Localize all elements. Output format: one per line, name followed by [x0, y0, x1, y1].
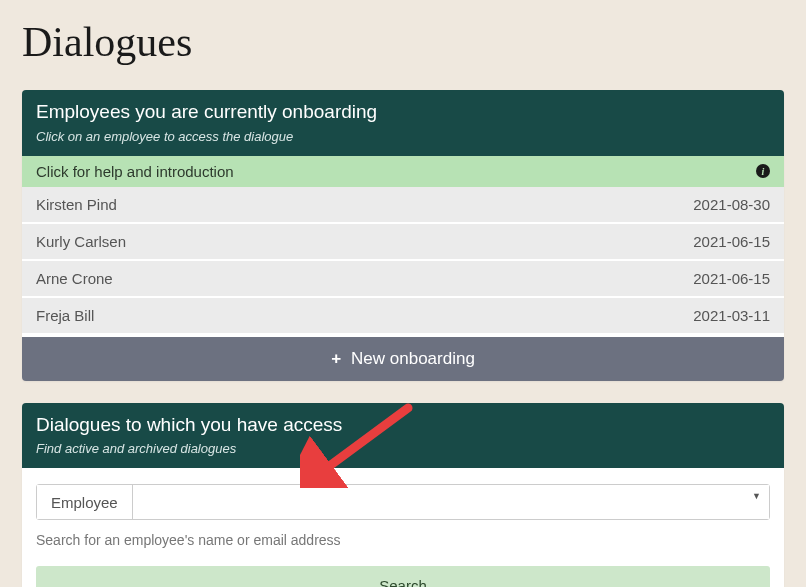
access-header-title: Dialogues to which you have access: [36, 413, 770, 438]
access-header-subtitle: Find active and archived dialogues: [36, 441, 770, 456]
table-row[interactable]: Kurly Carlsen 2021-06-15: [22, 224, 784, 261]
search-hint: Search for an employee's name or email a…: [36, 532, 770, 548]
employee-name: Kurly Carlsen: [36, 233, 126, 250]
employee-name: Freja Bill: [36, 307, 94, 324]
onboarding-header: Employees you are currently onboarding C…: [22, 90, 784, 156]
help-label: Click for help and introduction: [36, 163, 234, 180]
search-body: Employee ▼ Search for an employee's name…: [22, 468, 784, 587]
employee-date: 2021-06-15: [693, 270, 770, 287]
table-row[interactable]: Kirsten Pind 2021-08-30: [22, 187, 784, 224]
new-onboarding-button[interactable]: + New onboarding: [22, 335, 784, 381]
search-button[interactable]: Search: [36, 566, 770, 587]
employee-combo[interactable]: Employee ▼: [36, 484, 770, 520]
employee-date: 2021-03-11: [693, 307, 770, 324]
employee-combo-label: Employee: [37, 485, 133, 519]
employee-name: Kirsten Pind: [36, 196, 117, 213]
employee-search-input[interactable]: [133, 485, 769, 519]
employee-date: 2021-06-15: [693, 233, 770, 250]
new-onboarding-label: New onboarding: [351, 349, 475, 369]
help-row[interactable]: Click for help and introduction i: [22, 156, 784, 187]
access-header: Dialogues to which you have access Find …: [22, 403, 784, 469]
page-title: Dialogues: [22, 18, 784, 66]
table-row[interactable]: Arne Crone 2021-06-15: [22, 261, 784, 298]
employee-date: 2021-08-30: [693, 196, 770, 213]
access-panel: Dialogues to which you have access Find …: [22, 403, 784, 587]
employee-name: Arne Crone: [36, 270, 113, 287]
table-row[interactable]: Freja Bill 2021-03-11: [22, 298, 784, 335]
plus-icon: +: [331, 350, 341, 367]
onboarding-panel: Employees you are currently onboarding C…: [22, 90, 784, 381]
onboarding-header-subtitle: Click on an employee to access the dialo…: [36, 129, 770, 144]
onboarding-header-title: Employees you are currently onboarding: [36, 100, 770, 125]
info-icon: i: [756, 164, 770, 178]
